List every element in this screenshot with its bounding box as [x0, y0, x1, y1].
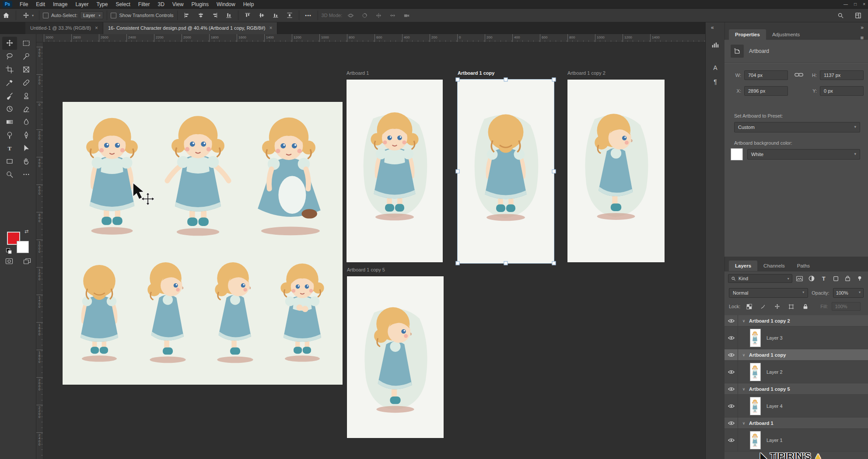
width-field[interactable]: 704 px — [744, 70, 788, 80]
visibility-eye-icon[interactable] — [724, 429, 738, 451]
align-right-icon[interactable] — [209, 10, 220, 20]
menu-select[interactable]: Select — [112, 1, 134, 7]
rectangle-tool-icon[interactable] — [2, 155, 17, 168]
blur-tool-icon[interactable] — [19, 115, 34, 129]
artboard-1[interactable] — [346, 80, 443, 262]
collapse-panels-icon[interactable]: » — [861, 24, 864, 31]
document-tab[interactable]: Untitled-1 @ 33.3% (RGB/8)× — [25, 22, 103, 34]
layer-thumbnail[interactable] — [750, 363, 761, 381]
dodge-tool-icon[interactable] — [2, 129, 17, 142]
align-bottom-icon[interactable] — [270, 10, 281, 20]
layer-thumbnail[interactable] — [750, 431, 761, 449]
tab-close-icon[interactable]: × — [269, 25, 272, 31]
tab-adjustments[interactable]: Adjustments — [766, 29, 806, 40]
menu-filter[interactable]: Filter — [134, 1, 154, 7]
selection-handle[interactable] — [552, 261, 556, 265]
move-tool-option-icon[interactable] — [20, 10, 32, 21]
menu-view[interactable]: View — [168, 1, 188, 7]
auto-select-checkbox[interactable] — [43, 13, 49, 18]
document-tab[interactable]: 16- Consistent Character design.psd @ 40… — [103, 22, 278, 34]
filter-smart-object-icon[interactable] — [843, 274, 853, 283]
move-tool-icon[interactable] — [2, 37, 17, 50]
menu-plugins[interactable]: Plugins — [188, 1, 213, 7]
tab-channels[interactable]: Channels — [757, 261, 791, 271]
crop-tool-icon[interactable] — [2, 63, 17, 76]
screen-mode-icon[interactable] — [23, 258, 31, 266]
filter-image-icon[interactable] — [795, 274, 805, 283]
menu-layer[interactable]: Layer — [71, 1, 92, 7]
group-chevron-icon[interactable]: ∨ — [740, 319, 748, 323]
eyedropper-tool-icon[interactable] — [2, 76, 17, 89]
align-justify-icon[interactable] — [223, 10, 234, 20]
edit-toolbar-tool-icon[interactable] — [19, 168, 34, 181]
layer-row[interactable]: Layer 1 — [724, 429, 868, 452]
history-brush-tool-icon[interactable] — [2, 102, 17, 115]
x-field[interactable]: 2896 px — [744, 86, 788, 96]
3d-slide-icon[interactable] — [387, 10, 398, 20]
layer-group-row[interactable]: ∨Artboard 1 copy 2 — [724, 315, 868, 327]
reference-image[interactable] — [63, 102, 343, 385]
expand-panels-icon[interactable]: « — [711, 24, 714, 31]
paragraph-panel-icon[interactable]: ¶ — [709, 76, 721, 87]
close-icon[interactable]: × — [863, 2, 865, 7]
fill-value-box[interactable]: 100% — [832, 302, 861, 311]
show-transform-checkbox[interactable] — [111, 13, 116, 18]
layer-row[interactable]: Layer 3 — [724, 327, 868, 349]
home-icon[interactable] — [0, 10, 12, 21]
lasso-tool-icon[interactable] — [2, 50, 17, 63]
3d-orbit-icon[interactable] — [345, 10, 356, 20]
layer-row[interactable]: Layer 4 — [724, 395, 868, 417]
layer-thumbnail[interactable] — [750, 329, 761, 347]
selection-handle[interactable] — [456, 170, 460, 174]
lock-paint-icon[interactable] — [758, 302, 768, 311]
3d-roll-icon[interactable] — [359, 10, 370, 20]
character-panel-icon[interactable]: A — [709, 62, 721, 73]
visibility-eye-icon[interactable] — [724, 361, 738, 383]
menu-type[interactable]: Type — [92, 1, 112, 7]
default-colors-icon[interactable] — [6, 248, 11, 254]
artboard-bg-swatch[interactable] — [731, 148, 743, 160]
visibility-eye-icon[interactable] — [724, 395, 738, 417]
align-middle-icon[interactable] — [256, 10, 267, 20]
selection-handle[interactable] — [552, 78, 556, 82]
artboard-label[interactable]: Artboard 1 copy 2 — [567, 70, 606, 76]
move-tool-caret-icon[interactable]: ▾ — [32, 14, 34, 17]
histogram-panel-icon[interactable] — [709, 39, 721, 51]
path-selection-tool-icon[interactable] — [19, 142, 34, 155]
height-field[interactable]: 1137 px — [820, 70, 864, 80]
clone-stamp-tool-icon[interactable] — [19, 89, 34, 102]
menu-help[interactable]: Help — [239, 1, 258, 7]
eraser-tool-icon[interactable] — [19, 102, 34, 115]
menu-3d[interactable]: 3D — [154, 1, 168, 7]
link-dimensions-icon[interactable] — [794, 72, 803, 78]
zoom-tool-icon[interactable] — [2, 168, 17, 181]
minimize-icon[interactable]: — — [844, 2, 848, 7]
healing-brush-tool-icon[interactable] — [19, 76, 34, 89]
selection-handle[interactable] — [456, 261, 460, 265]
preset-dropdown[interactable]: Custom ▾ — [734, 122, 860, 132]
photoshop-logo[interactable]: Ps — [3, 1, 12, 7]
more-align-options-button[interactable]: ••• — [303, 10, 314, 20]
menu-edit[interactable]: Edit — [32, 1, 49, 7]
frame-tool-icon[interactable] — [19, 63, 34, 76]
menu-file[interactable]: File — [16, 1, 32, 7]
layer-group-row[interactable]: ∨Artboard 1 copy 5 — [724, 383, 868, 395]
3d-pan-icon[interactable] — [373, 10, 384, 20]
3d-camera-icon[interactable] — [401, 10, 412, 20]
layer-filter-dropdown[interactable]: Kind ▾ — [728, 274, 792, 283]
menu-window[interactable]: Window — [213, 1, 239, 7]
y-field[interactable]: 0 px — [820, 86, 864, 96]
menu-image[interactable]: Image — [49, 1, 71, 7]
tab-layers[interactable]: Layers — [729, 261, 757, 271]
artboard-1-copy-2[interactable] — [567, 80, 665, 262]
filter-type-icon[interactable]: T — [819, 274, 829, 283]
artboard-bg-dropdown[interactable]: White ▾ — [747, 149, 860, 160]
selection-handle[interactable] — [504, 261, 508, 265]
filter-shape-icon[interactable] — [831, 274, 840, 283]
align-top-icon[interactable] — [242, 10, 253, 20]
hand-tool-icon[interactable] — [19, 155, 34, 168]
layer-group-row[interactable]: ∨Artboard 1 — [724, 417, 868, 429]
ruler-corner[interactable] — [36, 34, 43, 42]
distribute-v-icon[interactable] — [284, 10, 295, 20]
artboard-label[interactable]: Artboard 1 — [346, 70, 369, 76]
